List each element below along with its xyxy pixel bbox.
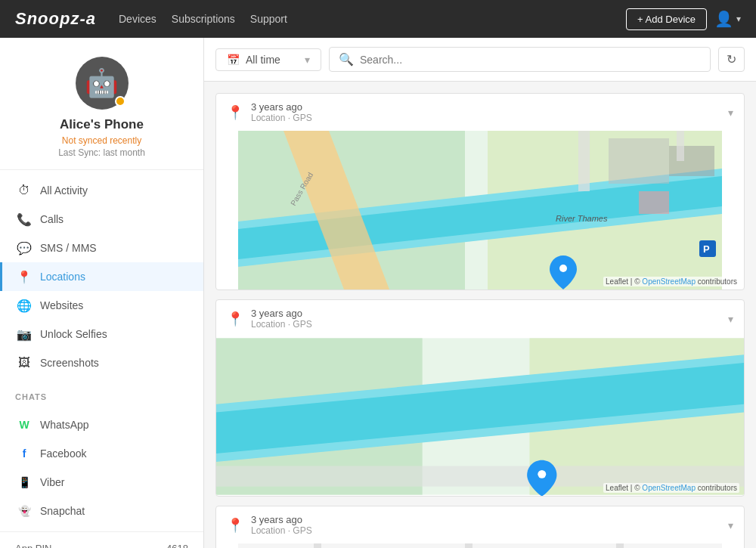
nav-support[interactable]: Support — [250, 13, 287, 25]
location-pin-icon: 📍 — [227, 517, 243, 534]
map-view-3: Barrett Street Osney Lane West — [216, 543, 744, 548]
user-menu-button[interactable]: 👤 ▾ — [714, 10, 741, 28]
location-card-header: 📍 3 years ago Location · GPS ▾ — [216, 506, 744, 543]
location-card-left: 📍 3 years ago Location · GPS — [227, 101, 312, 123]
sidebar-item-viber[interactable]: 📱 Viber — [0, 468, 203, 497]
sidebar-footer: App PIN 4618 App Version 5.3.22 — [0, 531, 203, 548]
svg-point-24 — [538, 470, 546, 478]
location-card-left: 📍 3 years ago Location · GPS — [227, 514, 312, 536]
location-time: 3 years ago — [251, 514, 312, 525]
location-card-header: 📍 3 years ago Location · GPS ▾ — [216, 300, 744, 337]
sidebar-item-label: Websites — [40, 299, 83, 311]
svg-rect-31 — [616, 543, 624, 548]
svg-rect-11 — [677, 131, 684, 161]
svg-rect-30 — [465, 543, 472, 548]
add-device-button[interactable]: + Add Device — [626, 8, 707, 30]
map-credit: Leaflet | © OpenStreetMap contributors — [603, 277, 739, 286]
svg-rect-26 — [238, 543, 722, 548]
facebook-icon: f — [17, 447, 31, 460]
time-filter-label: All time — [246, 54, 280, 66]
device-avatar: 🤖 — [76, 57, 129, 110]
location-pin-icon: 📍 — [227, 104, 243, 121]
phone-icon: 📞 — [17, 212, 31, 226]
map-view-1: Pass Road River Thames — [216, 131, 744, 289]
svg-rect-8 — [669, 146, 714, 176]
svg-rect-29 — [314, 543, 321, 548]
chats-section-label: CHATS — [0, 383, 203, 404]
camera-icon: 📷 — [17, 327, 31, 341]
nav-devices[interactable]: Devices — [119, 13, 156, 25]
sidebar-item-all-activity[interactable]: ⏱ All Activity — [0, 176, 203, 205]
app-pin-label: App PIN — [15, 543, 51, 548]
svg-text:P: P — [703, 243, 710, 255]
sidebar-item-label: Snapchat — [40, 505, 85, 517]
time-filter-dropdown[interactable]: 📅 All time ▾ — [215, 48, 321, 71]
sidebar-item-screenshots[interactable]: 🖼 Screenshots — [0, 348, 203, 377]
logo: Snoopz-a — [15, 9, 96, 29]
location-pin-icon: 📍 — [17, 270, 31, 283]
svg-text:River Thames: River Thames — [556, 214, 608, 223]
app-pin-value: 4618 — [166, 543, 188, 548]
header: Snoopz-a Devices Subscriptions Support +… — [0, 0, 756, 38]
map-view-2: Leaflet | © OpenStreetMap contributors — [216, 337, 744, 496]
clock-icon: ⏱ — [17, 184, 31, 197]
map-credit: Leaflet | © OpenStreetMap contributors — [603, 483, 739, 493]
globe-icon: 🌐 — [17, 299, 31, 312]
svg-point-14 — [559, 265, 567, 272]
sidebar-item-label: All Activity — [40, 184, 88, 197]
location-meta: 3 years ago Location · GPS — [251, 514, 312, 536]
screenshot-icon: 🖼 — [17, 356, 31, 370]
svg-rect-9 — [639, 191, 669, 214]
user-chevron-icon: ▾ — [736, 14, 741, 24]
sidebar-nav: ⏱ All Activity 📞 Calls 💬 SMS / MMS 📍 Loc… — [0, 170, 203, 383]
location-time: 3 years ago — [251, 308, 312, 319]
sidebar-item-calls[interactable]: 📞 Calls — [0, 205, 203, 234]
sms-icon: 💬 — [17, 241, 31, 255]
sidebar-item-sms-mms[interactable]: 💬 SMS / MMS — [0, 234, 203, 262]
sidebar-item-whatsapp[interactable]: W WhatsApp — [0, 410, 203, 439]
app-pin-row: App PIN 4618 — [15, 543, 188, 548]
whatsapp-icon: W — [17, 418, 31, 432]
location-meta: 3 years ago Location · GPS — [251, 308, 312, 330]
location-card-left: 📍 3 years ago Location · GPS — [227, 308, 312, 330]
location-type: Location · GPS — [251, 319, 312, 330]
viber-icon: 📱 — [17, 475, 31, 489]
search-icon: 🔍 — [339, 52, 354, 67]
sidebar-item-websites[interactable]: 🌐 Websites — [0, 291, 203, 320]
sidebar-item-unlock-selfies[interactable]: 📷 Unlock Selfies — [0, 320, 203, 348]
main-layout: 🤖 Alice's Phone Not synced recently Last… — [0, 38, 756, 548]
svg-rect-7 — [609, 138, 669, 184]
sidebar-item-label: SMS / MMS — [40, 242, 97, 254]
content-toolbar: 📅 All time ▾ 🔍 ↻ — [204, 38, 756, 82]
sidebar-item-label: Screenshots — [40, 357, 99, 369]
android-icon: 🤖 — [85, 67, 119, 99]
header-right: + Add Device 👤 ▾ — [626, 8, 741, 30]
search-input[interactable] — [360, 54, 701, 66]
device-name: Alice's Phone — [15, 117, 188, 132]
location-card: 📍 3 years ago Location · GPS ▾ — [215, 299, 745, 497]
location-type: Location · GPS — [251, 113, 312, 123]
sidebar-item-locations[interactable]: 📍 Locations — [0, 262, 203, 291]
sidebar-item-snapchat[interactable]: 👻 Snapchat — [0, 497, 203, 525]
sidebar-item-label: WhatsApp — [40, 419, 89, 431]
search-box: 🔍 — [329, 47, 711, 72]
expand-icon[interactable]: ▾ — [728, 313, 733, 325]
calendar-icon: 📅 — [227, 54, 240, 66]
sidebar-item-label: Facebook — [40, 447, 86, 460]
svg-rect-10 — [578, 131, 590, 191]
nav-subscriptions[interactable]: Subscriptions — [172, 13, 235, 25]
device-status-dot — [115, 96, 125, 107]
chevron-down-icon: ▾ — [305, 54, 310, 66]
device-sync-status: Not synced recently — [15, 135, 188, 146]
refresh-button[interactable]: ↻ — [718, 47, 745, 72]
location-time: 3 years ago — [251, 101, 312, 113]
sidebar-item-label: Unlock Selfies — [40, 328, 107, 340]
sidebar-item-facebook[interactable]: f Facebook — [0, 439, 203, 468]
expand-icon[interactable]: ▾ — [728, 107, 733, 119]
chats-nav: W WhatsApp f Facebook 📱 Viber 👻 Snapchat — [0, 404, 203, 531]
expand-icon[interactable]: ▾ — [728, 519, 733, 531]
location-card: 📍 3 years ago Location · GPS ▾ — [215, 93, 745, 290]
location-card: 📍 3 years ago Location · GPS ▾ — [215, 506, 745, 548]
device-info: 🤖 Alice's Phone Not synced recently Last… — [0, 38, 203, 170]
sidebar-item-label: Calls — [40, 213, 64, 225]
